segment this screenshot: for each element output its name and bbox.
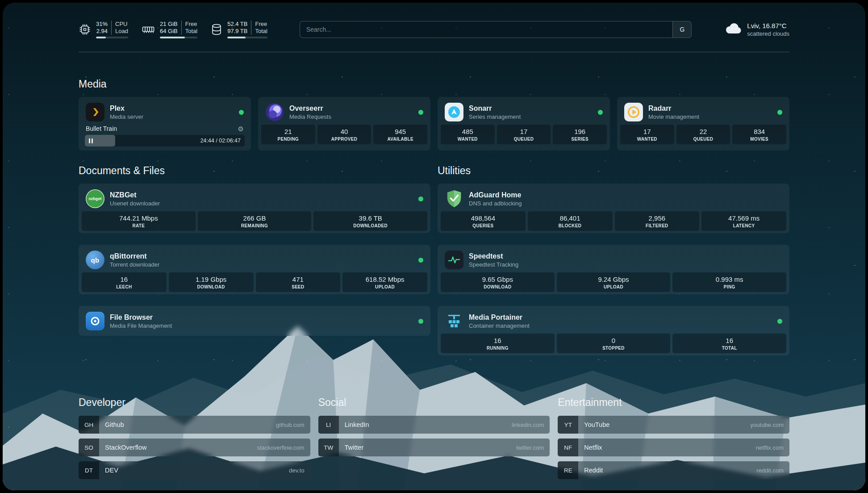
service-subtitle: Torrent downloader	[110, 261, 159, 268]
bookmark-label: Github	[99, 421, 124, 428]
service-link-sonarr[interactable]: Sonarr Series management	[440, 99, 608, 125]
bookmark-label: Netflix	[578, 444, 602, 451]
status-dot	[418, 110, 423, 115]
playback-time: 24:44 / 02:06:47	[200, 138, 241, 144]
disk-total-value: 97.9 TB	[227, 28, 247, 35]
stat-label: UPLOAD	[344, 284, 426, 289]
bookmark-label: Reddit	[578, 467, 603, 474]
stat-label: PING	[674, 284, 785, 289]
stat-value: 498,564	[442, 214, 524, 222]
stat-label: WANTED	[622, 137, 672, 142]
section-title-media: Media	[79, 78, 789, 90]
now-playing-title: Bullet Train	[86, 125, 117, 132]
stat-value: 21	[263, 128, 313, 135]
stat-box: 945 AVAILABLE	[373, 125, 427, 144]
service-link-filebrowser[interactable]: File Browser Media File Management	[81, 308, 428, 334]
stat-label: TOTAL	[674, 346, 785, 351]
service-title: File Browser	[110, 313, 172, 322]
stat-label: BLOCKED	[530, 223, 611, 228]
pause-icon[interactable]	[89, 138, 94, 143]
service-stats: 485 WANTED 17 QUEUED 196 SERIES	[440, 125, 608, 144]
service-link-radarr[interactable]: Radarr Movie management	[619, 99, 787, 125]
bookmark-label: StackOverflow	[99, 444, 146, 451]
stat-value: 0.993 ms	[674, 276, 785, 283]
status-dot	[598, 110, 603, 115]
search-provider-button[interactable]: G	[672, 21, 691, 38]
bookmark-url: linkedin.com	[512, 422, 550, 428]
service-link-adguard[interactable]: AdGuard Home DNS and adblocking	[440, 186, 787, 211]
bookmark-youtube[interactable]: YT YouTube youtube.com	[558, 416, 789, 434]
stat-value: 1.19 Gbps	[171, 276, 252, 283]
stat-value: 9.24 Gbps	[559, 276, 669, 283]
service-subtitle: Speedtest Tracking	[469, 261, 518, 268]
stat-value: 22	[678, 128, 729, 135]
bookmark-twitter[interactable]: TW Twitter twitter.com	[318, 439, 550, 456]
bookmark-netflix[interactable]: NF Netflix netflix.com	[558, 439, 789, 456]
stat-value: 0	[559, 337, 669, 344]
nzbget-icon: nzbget	[86, 189, 104, 208]
bookmark-reddit[interactable]: RE Reddit reddit.com	[558, 461, 789, 479]
search-input[interactable]	[300, 21, 672, 38]
stat-box: 0 STOPPED	[557, 334, 671, 353]
playback-progress-bar[interactable]: 24:44 / 02:06:47	[85, 135, 245, 146]
bookmark-label: DEV	[99, 467, 118, 474]
stat-label: REMAINING	[200, 223, 310, 228]
bookmark-dev[interactable]: DT DEV dev.to	[79, 461, 310, 479]
bookmark-url: twitter.com	[516, 444, 550, 451]
section-title-developer: Developer	[79, 397, 310, 409]
bookmarks-social: Social LI LinkedIn linkedin.com TW Twitt…	[318, 397, 550, 484]
middle-grid: Documents & Files nzbget NZBGet Usenet d…	[79, 165, 789, 367]
service-title: AdGuard Home	[469, 191, 522, 199]
section-title-entertainment: Entertainment	[558, 397, 789, 409]
nzbget-icon-text: nzbget	[89, 196, 102, 201]
memory-widget: 21 GiB 64 GiB Free Total	[142, 21, 197, 38]
stat-label: FILTERED	[617, 223, 698, 228]
service-link-qbittorrent[interactable]: qb qBittorrent Torrent downloader	[81, 247, 428, 272]
cpu-label: CPU	[115, 21, 128, 28]
topbar-divider	[79, 52, 789, 52]
stat-box: 834 MOVIES	[732, 125, 786, 144]
documents-column: Documents & Files nzbget NZBGet Usenet d…	[79, 165, 430, 347]
stat-box: 17 QUEUED	[497, 125, 551, 144]
stat-value: 2,956	[617, 214, 698, 222]
service-link-portainer[interactable]: Media Portainer Container management	[440, 308, 787, 334]
stat-label: MOVIES	[734, 137, 785, 142]
stat-box: 9.24 Gbps UPLOAD	[557, 272, 671, 292]
service-link-nzbget[interactable]: nzbget NZBGet Usenet downloader	[81, 186, 428, 211]
stat-box: 22 QUEUED	[676, 125, 730, 144]
service-link-speedtest[interactable]: Speedtest Speedtest Tracking	[440, 247, 787, 272]
stat-label: RUNNING	[442, 346, 553, 351]
stat-label: WANTED	[442, 137, 493, 142]
bookmark-url: youtube.com	[751, 422, 789, 428]
bookmark-stackoverflow[interactable]: SO StackOverflow stackoverflow.com	[79, 439, 310, 456]
stat-value: 945	[375, 128, 426, 135]
status-dot	[418, 319, 423, 324]
disk-icon	[211, 23, 222, 36]
stat-box: 9.65 Gbps DOWNLOAD	[441, 272, 555, 292]
bookmark-abbr: LI	[318, 416, 339, 434]
bookmark-url: dev.to	[289, 467, 310, 474]
disk-usage-bar	[227, 37, 267, 38]
service-card-qbittorrent: qb qBittorrent Torrent downloader 16 LEE…	[79, 245, 430, 294]
qbittorrent-icon: qb	[86, 251, 104, 269]
stat-value: 9.65 Gbps	[442, 276, 553, 283]
memory-usage-bar	[160, 37, 197, 38]
filebrowser-icon	[86, 312, 104, 330]
gear-icon[interactable]: ⚙	[238, 125, 244, 132]
status-dot	[239, 110, 244, 115]
service-link-plex[interactable]: Plex Media server	[81, 99, 249, 125]
stat-label: UPLOAD	[559, 284, 669, 289]
service-link-overseerr[interactable]: Overseerr Media Requests	[260, 99, 428, 125]
stat-label: QUEUED	[678, 137, 729, 142]
stat-box: 16 TOTAL	[672, 334, 786, 353]
bookmark-linkedin[interactable]: LI LinkedIn linkedin.com	[318, 416, 550, 434]
service-card-plex: Plex Media server Bullet Train ⚙ 24:44 /…	[79, 97, 251, 150]
stat-box: 196 SERIES	[553, 125, 607, 144]
service-stats: 9.65 Gbps DOWNLOAD 9.24 Gbps UPLOAD 0.99…	[440, 272, 787, 292]
bookmark-url: github.com	[276, 422, 310, 428]
bookmarks-developer: Developer GH Github github.com SO StackO…	[79, 397, 310, 484]
stat-label: DOWNLOAD	[442, 284, 553, 289]
bookmark-abbr: DT	[79, 461, 99, 479]
stat-box: 744.21 Mbps RATE	[82, 211, 196, 231]
bookmark-github[interactable]: GH Github github.com	[79, 416, 310, 434]
